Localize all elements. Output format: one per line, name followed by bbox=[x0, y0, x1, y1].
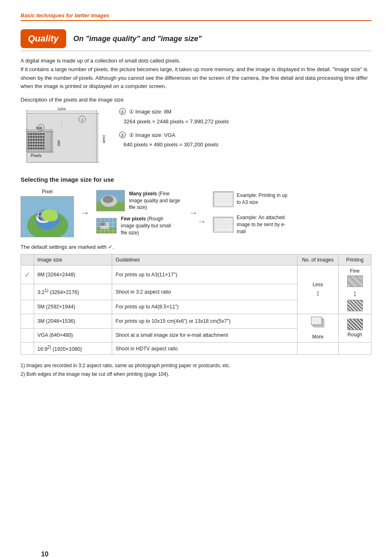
row1-check: ✓ bbox=[21, 266, 34, 284]
image-table: Image size Guidelines No. of images Prin… bbox=[21, 254, 371, 355]
example1-item: Example: Printing in up to A3 size bbox=[213, 191, 290, 207]
svg-point-71 bbox=[38, 212, 44, 218]
row5-guide: Shoot at a small image size for e-mail a… bbox=[112, 328, 297, 343]
svg-point-37 bbox=[28, 148, 30, 150]
rough-pattern-2 bbox=[347, 319, 363, 330]
few-pixels-item: Few pixels (Rough image quality but smal… bbox=[96, 215, 174, 236]
svg-text:1: 1 bbox=[81, 118, 83, 122]
svg-point-16 bbox=[28, 139, 30, 141]
pixel-info: ① ① Image size: 8M 3264 pixels × 2448 pi… bbox=[119, 107, 229, 150]
row4-no-images: More bbox=[297, 314, 339, 343]
arrow-to-pixels: → bbox=[81, 208, 90, 218]
svg-text:Pixels: Pixels bbox=[31, 153, 42, 158]
row6-size: 16:92) (1920×1080) bbox=[34, 343, 112, 355]
pixel-diagram-row: Pixels 3264 640 2448 bbox=[21, 107, 371, 169]
row3-guide: For prints up to A4(8.5×11") bbox=[112, 300, 297, 314]
rough-pattern bbox=[347, 300, 363, 311]
row1-no-images: Less ↕ bbox=[297, 266, 339, 314]
pixel-arrow-col: Many pixels (Fine image quality and larg… bbox=[96, 190, 182, 236]
svg-point-39 bbox=[33, 148, 35, 150]
col-header-check bbox=[21, 255, 34, 266]
example2-item: Example: An attached image to be sent by… bbox=[213, 214, 290, 235]
section-title: On "image quality" and "image size" bbox=[74, 35, 202, 43]
arrow-to-examples-top: → bbox=[189, 208, 198, 218]
fine-pattern bbox=[347, 276, 363, 287]
example2-img bbox=[213, 217, 233, 232]
row2-size: 3:21) (3264×2176) bbox=[34, 284, 112, 300]
col-header-image-size: Image size bbox=[34, 255, 112, 266]
svg-rect-108 bbox=[214, 193, 233, 206]
table-row: 3M (2048×1536) For prints up to 10x15 cm… bbox=[21, 314, 371, 329]
svg-point-5 bbox=[35, 133, 37, 135]
svg-point-31 bbox=[30, 145, 32, 147]
row6-guide: Shoot in HDTV aspect ratio bbox=[112, 343, 297, 355]
svg-text:2448: 2448 bbox=[102, 135, 106, 143]
row1-printing: Fine ↕ bbox=[339, 266, 371, 314]
example2-text: Example: An attached image to be sent by… bbox=[237, 214, 290, 235]
row2-guide: Shoot in 3:2 aspect ratio bbox=[112, 284, 297, 300]
col-header-printing: Printing bbox=[339, 255, 371, 266]
row4-printing: Rough bbox=[339, 314, 371, 343]
svg-point-43 bbox=[43, 148, 45, 150]
default-note: The default settings are marked with ✓. bbox=[21, 244, 371, 250]
svg-point-12 bbox=[35, 136, 37, 138]
row3-check bbox=[21, 300, 34, 314]
body-text-1: A digital image is made up of a collecti… bbox=[21, 57, 371, 91]
svg-rect-113 bbox=[214, 218, 233, 232]
svg-point-32 bbox=[33, 145, 35, 147]
row6-check bbox=[21, 343, 34, 355]
svg-point-34 bbox=[38, 145, 40, 147]
svg-point-26 bbox=[35, 142, 37, 144]
row6-printing bbox=[339, 343, 371, 355]
svg-point-42 bbox=[40, 148, 42, 150]
svg-point-29 bbox=[43, 142, 45, 144]
svg-point-30 bbox=[28, 145, 30, 147]
svg-point-38 bbox=[30, 148, 32, 150]
svg-point-22 bbox=[43, 139, 45, 141]
section-heading: Quality On "image quality" and "image si… bbox=[21, 29, 371, 51]
svg-point-25 bbox=[33, 142, 35, 144]
row1-guide: For prints up to A3(11×17") bbox=[112, 266, 297, 284]
page-number: 10 bbox=[41, 551, 48, 558]
row4-check bbox=[21, 314, 34, 329]
svg-point-9 bbox=[28, 136, 30, 138]
svg-point-2 bbox=[28, 133, 30, 135]
svg-point-41 bbox=[38, 148, 40, 150]
svg-point-23 bbox=[28, 142, 30, 144]
row3-size: 5M (2592×1944) bbox=[34, 300, 112, 314]
svg-point-3 bbox=[30, 133, 32, 135]
row4-guide: For prints up to 10x15 cm(4x6") or 13x18… bbox=[112, 314, 297, 329]
svg-point-24 bbox=[30, 142, 32, 144]
few-pixels-desc: Few pixels (Rough image quality but smal… bbox=[121, 215, 174, 236]
table-row: 16:92) (1920×1080) Shoot in HDTV aspect … bbox=[21, 343, 371, 355]
svg-point-8 bbox=[43, 133, 45, 135]
stacked-pages-icon bbox=[311, 317, 325, 333]
svg-text:3264: 3264 bbox=[58, 107, 66, 111]
svg-point-4 bbox=[33, 133, 35, 135]
pixel-diagram: Pixels 3264 640 2448 bbox=[21, 107, 107, 169]
example1-img bbox=[213, 191, 233, 207]
svg-point-6 bbox=[38, 133, 40, 135]
col-header-guidelines: Guidelines bbox=[112, 255, 297, 266]
page-header-title: Basic techniques for better images bbox=[21, 12, 109, 19]
image-size-demo: Pixel bbox=[21, 189, 371, 237]
selecting-section: Selecting the image size for use Pixel bbox=[21, 176, 371, 378]
svg-point-11 bbox=[33, 136, 35, 138]
row4-size: 3M (2048×1536) bbox=[34, 314, 112, 329]
svg-point-14 bbox=[40, 136, 42, 138]
svg-point-17 bbox=[30, 139, 32, 141]
bird-image bbox=[21, 196, 74, 237]
table-row: ✓ 8M (3264×2448) For prints up to A3(11×… bbox=[21, 266, 371, 284]
col-header-no-images: No. of images bbox=[297, 255, 339, 266]
page-header: Basic techniques for better images bbox=[21, 12, 371, 21]
svg-point-15 bbox=[43, 136, 45, 138]
footnotes: 1) Images are recorded in 3:2 aspect rat… bbox=[21, 361, 371, 378]
svg-point-19 bbox=[35, 139, 37, 141]
svg-point-33 bbox=[35, 145, 37, 147]
many-pixels-desc: Many pixels (Fine image quality and larg… bbox=[129, 190, 182, 211]
svg-text:480: 480 bbox=[57, 140, 61, 146]
quality-badge: Quality bbox=[21, 29, 66, 48]
svg-text:2: 2 bbox=[40, 126, 42, 130]
circle-2: ② bbox=[119, 132, 126, 138]
example1-text: Example: Printing in up to A3 size bbox=[237, 192, 290, 206]
